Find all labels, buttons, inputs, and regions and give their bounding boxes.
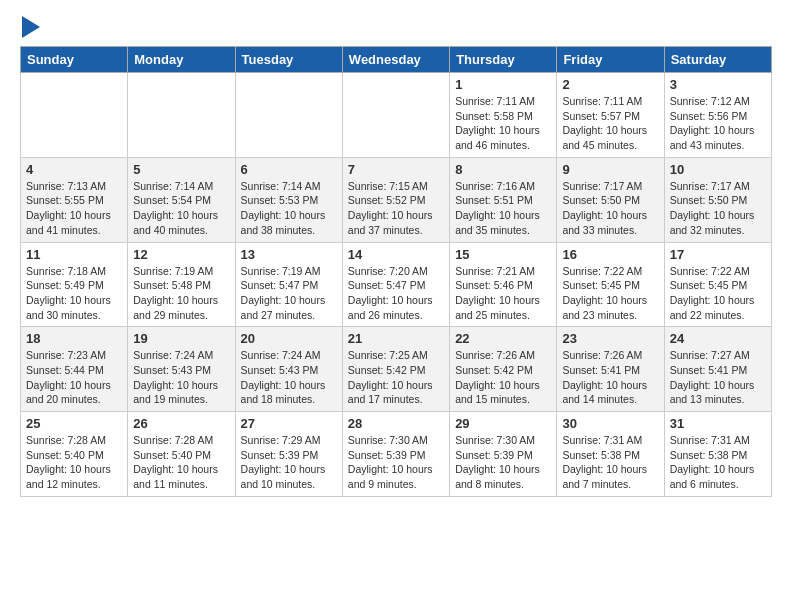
day-cell: 10Sunrise: 7:17 AM Sunset: 5:50 PM Dayli…: [664, 157, 771, 242]
day-cell: 20Sunrise: 7:24 AM Sunset: 5:43 PM Dayli…: [235, 327, 342, 412]
day-number: 3: [670, 77, 766, 92]
day-cell: 14Sunrise: 7:20 AM Sunset: 5:47 PM Dayli…: [342, 242, 449, 327]
day-cell: 17Sunrise: 7:22 AM Sunset: 5:45 PM Dayli…: [664, 242, 771, 327]
day-cell: [235, 73, 342, 158]
day-cell: 6Sunrise: 7:14 AM Sunset: 5:53 PM Daylig…: [235, 157, 342, 242]
day-info: Sunrise: 7:13 AM Sunset: 5:55 PM Dayligh…: [26, 179, 122, 238]
day-number: 2: [562, 77, 658, 92]
day-cell: 5Sunrise: 7:14 AM Sunset: 5:54 PM Daylig…: [128, 157, 235, 242]
day-info: Sunrise: 7:22 AM Sunset: 5:45 PM Dayligh…: [562, 264, 658, 323]
day-info: Sunrise: 7:19 AM Sunset: 5:47 PM Dayligh…: [241, 264, 337, 323]
day-number: 11: [26, 247, 122, 262]
day-number: 8: [455, 162, 551, 177]
day-info: Sunrise: 7:23 AM Sunset: 5:44 PM Dayligh…: [26, 348, 122, 407]
day-cell: 30Sunrise: 7:31 AM Sunset: 5:38 PM Dayli…: [557, 412, 664, 497]
day-cell: [21, 73, 128, 158]
day-info: Sunrise: 7:22 AM Sunset: 5:45 PM Dayligh…: [670, 264, 766, 323]
day-info: Sunrise: 7:30 AM Sunset: 5:39 PM Dayligh…: [455, 433, 551, 492]
day-info: Sunrise: 7:14 AM Sunset: 5:53 PM Dayligh…: [241, 179, 337, 238]
day-info: Sunrise: 7:20 AM Sunset: 5:47 PM Dayligh…: [348, 264, 444, 323]
day-number: 6: [241, 162, 337, 177]
day-cell: 7Sunrise: 7:15 AM Sunset: 5:52 PM Daylig…: [342, 157, 449, 242]
day-info: Sunrise: 7:17 AM Sunset: 5:50 PM Dayligh…: [670, 179, 766, 238]
day-info: Sunrise: 7:24 AM Sunset: 5:43 PM Dayligh…: [133, 348, 229, 407]
day-info: Sunrise: 7:16 AM Sunset: 5:51 PM Dayligh…: [455, 179, 551, 238]
header: [20, 16, 772, 38]
day-cell: 23Sunrise: 7:26 AM Sunset: 5:41 PM Dayli…: [557, 327, 664, 412]
day-info: Sunrise: 7:27 AM Sunset: 5:41 PM Dayligh…: [670, 348, 766, 407]
col-header-tuesday: Tuesday: [235, 47, 342, 73]
day-info: Sunrise: 7:24 AM Sunset: 5:43 PM Dayligh…: [241, 348, 337, 407]
day-number: 9: [562, 162, 658, 177]
day-number: 15: [455, 247, 551, 262]
day-info: Sunrise: 7:17 AM Sunset: 5:50 PM Dayligh…: [562, 179, 658, 238]
day-number: 18: [26, 331, 122, 346]
day-info: Sunrise: 7:14 AM Sunset: 5:54 PM Dayligh…: [133, 179, 229, 238]
day-cell: 9Sunrise: 7:17 AM Sunset: 5:50 PM Daylig…: [557, 157, 664, 242]
day-number: 10: [670, 162, 766, 177]
day-info: Sunrise: 7:21 AM Sunset: 5:46 PM Dayligh…: [455, 264, 551, 323]
col-header-wednesday: Wednesday: [342, 47, 449, 73]
week-row-2: 11Sunrise: 7:18 AM Sunset: 5:49 PM Dayli…: [21, 242, 772, 327]
day-number: 23: [562, 331, 658, 346]
col-header-saturday: Saturday: [664, 47, 771, 73]
day-info: Sunrise: 7:31 AM Sunset: 5:38 PM Dayligh…: [670, 433, 766, 492]
day-cell: 12Sunrise: 7:19 AM Sunset: 5:48 PM Dayli…: [128, 242, 235, 327]
day-cell: [342, 73, 449, 158]
day-info: Sunrise: 7:28 AM Sunset: 5:40 PM Dayligh…: [133, 433, 229, 492]
day-number: 25: [26, 416, 122, 431]
col-header-monday: Monday: [128, 47, 235, 73]
calendar-table: SundayMondayTuesdayWednesdayThursdayFrid…: [20, 46, 772, 497]
logo-triangle-icon: [22, 16, 40, 38]
day-number: 31: [670, 416, 766, 431]
day-cell: 8Sunrise: 7:16 AM Sunset: 5:51 PM Daylig…: [450, 157, 557, 242]
week-row-1: 4Sunrise: 7:13 AM Sunset: 5:55 PM Daylig…: [21, 157, 772, 242]
day-cell: 11Sunrise: 7:18 AM Sunset: 5:49 PM Dayli…: [21, 242, 128, 327]
page: SundayMondayTuesdayWednesdayThursdayFrid…: [0, 0, 792, 513]
week-row-0: 1Sunrise: 7:11 AM Sunset: 5:58 PM Daylig…: [21, 73, 772, 158]
day-cell: 24Sunrise: 7:27 AM Sunset: 5:41 PM Dayli…: [664, 327, 771, 412]
col-header-friday: Friday: [557, 47, 664, 73]
day-info: Sunrise: 7:26 AM Sunset: 5:42 PM Dayligh…: [455, 348, 551, 407]
day-number: 17: [670, 247, 766, 262]
day-cell: 2Sunrise: 7:11 AM Sunset: 5:57 PM Daylig…: [557, 73, 664, 158]
day-cell: 3Sunrise: 7:12 AM Sunset: 5:56 PM Daylig…: [664, 73, 771, 158]
day-cell: 21Sunrise: 7:25 AM Sunset: 5:42 PM Dayli…: [342, 327, 449, 412]
day-info: Sunrise: 7:19 AM Sunset: 5:48 PM Dayligh…: [133, 264, 229, 323]
day-cell: 19Sunrise: 7:24 AM Sunset: 5:43 PM Dayli…: [128, 327, 235, 412]
day-cell: 28Sunrise: 7:30 AM Sunset: 5:39 PM Dayli…: [342, 412, 449, 497]
day-info: Sunrise: 7:11 AM Sunset: 5:57 PM Dayligh…: [562, 94, 658, 153]
day-number: 20: [241, 331, 337, 346]
day-number: 12: [133, 247, 229, 262]
day-number: 21: [348, 331, 444, 346]
day-number: 22: [455, 331, 551, 346]
day-info: Sunrise: 7:15 AM Sunset: 5:52 PM Dayligh…: [348, 179, 444, 238]
day-cell: 18Sunrise: 7:23 AM Sunset: 5:44 PM Dayli…: [21, 327, 128, 412]
day-cell: 1Sunrise: 7:11 AM Sunset: 5:58 PM Daylig…: [450, 73, 557, 158]
day-number: 27: [241, 416, 337, 431]
week-row-3: 18Sunrise: 7:23 AM Sunset: 5:44 PM Dayli…: [21, 327, 772, 412]
day-info: Sunrise: 7:11 AM Sunset: 5:58 PM Dayligh…: [455, 94, 551, 153]
day-info: Sunrise: 7:29 AM Sunset: 5:39 PM Dayligh…: [241, 433, 337, 492]
day-number: 7: [348, 162, 444, 177]
day-info: Sunrise: 7:18 AM Sunset: 5:49 PM Dayligh…: [26, 264, 122, 323]
day-cell: 26Sunrise: 7:28 AM Sunset: 5:40 PM Dayli…: [128, 412, 235, 497]
day-cell: [128, 73, 235, 158]
week-row-4: 25Sunrise: 7:28 AM Sunset: 5:40 PM Dayli…: [21, 412, 772, 497]
logo: [20, 16, 40, 38]
day-number: 19: [133, 331, 229, 346]
day-number: 5: [133, 162, 229, 177]
day-number: 26: [133, 416, 229, 431]
day-info: Sunrise: 7:26 AM Sunset: 5:41 PM Dayligh…: [562, 348, 658, 407]
day-number: 24: [670, 331, 766, 346]
day-info: Sunrise: 7:28 AM Sunset: 5:40 PM Dayligh…: [26, 433, 122, 492]
day-number: 14: [348, 247, 444, 262]
day-number: 30: [562, 416, 658, 431]
day-cell: 4Sunrise: 7:13 AM Sunset: 5:55 PM Daylig…: [21, 157, 128, 242]
day-number: 1: [455, 77, 551, 92]
day-cell: 25Sunrise: 7:28 AM Sunset: 5:40 PM Dayli…: [21, 412, 128, 497]
day-info: Sunrise: 7:25 AM Sunset: 5:42 PM Dayligh…: [348, 348, 444, 407]
day-number: 28: [348, 416, 444, 431]
day-cell: 16Sunrise: 7:22 AM Sunset: 5:45 PM Dayli…: [557, 242, 664, 327]
day-cell: 13Sunrise: 7:19 AM Sunset: 5:47 PM Dayli…: [235, 242, 342, 327]
